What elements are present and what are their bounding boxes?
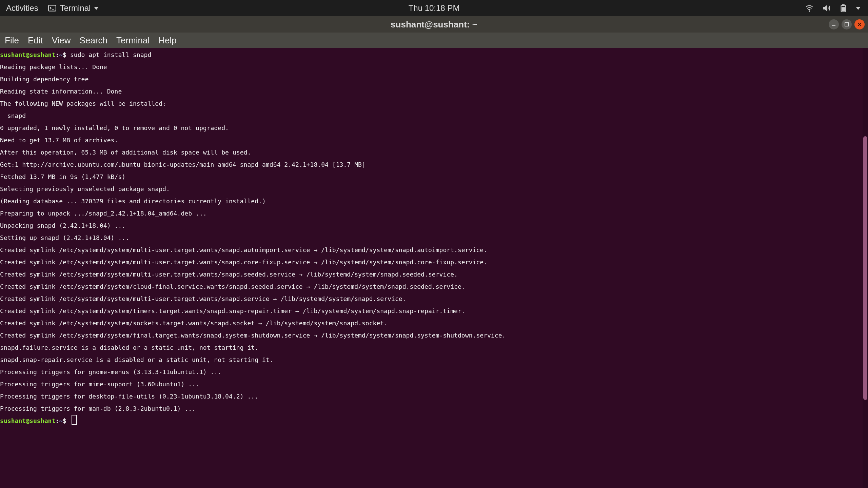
terminal-line: Processing triggers for gnome-menus (3.1… — [0, 366, 868, 378]
window-titlebar[interactable]: sushant@sushant: ~ — [0, 16, 868, 33]
volume-icon — [822, 4, 831, 13]
menu-edit[interactable]: Edit — [28, 35, 43, 46]
terminal-line: sushant@sushant:~$ — [0, 415, 868, 427]
terminal-line: snapd.failure.service is a disabled or a… — [0, 342, 868, 354]
terminal-line: Preparing to unpack .../snapd_2.42.1+18.… — [0, 207, 868, 220]
app-menu-label: Terminal — [60, 3, 91, 13]
terminal-line: Selecting previously unselected package … — [0, 183, 868, 195]
system-tray[interactable] — [805, 4, 868, 13]
menu-file[interactable]: File — [5, 35, 19, 46]
prompt-path: ~ — [59, 417, 63, 424]
terminal-output[interactable]: sushant@sushant:~$ sudo apt install snap… — [0, 48, 868, 427]
svg-rect-4 — [842, 7, 845, 11]
terminal-line: snapd — [0, 110, 868, 122]
svg-rect-6 — [845, 23, 848, 26]
terminal-line: Processing triggers for desktop-file-uti… — [0, 390, 868, 403]
terminal-line: Unpacking snapd (2.42.1+18.04) ... — [0, 220, 868, 232]
chevron-down-icon — [856, 7, 861, 10]
prompt-sep: : — [55, 51, 59, 58]
terminal-line: Created symlink /etc/systemd/system/clou… — [0, 281, 868, 293]
terminal-line: Setting up snapd (2.42.1+18.04) ... — [0, 232, 868, 244]
cursor — [72, 415, 77, 425]
prompt-userhost: sushant@sushant — [0, 51, 55, 58]
gnome-top-panel: Activities Terminal Thu 10:18 PM — [0, 0, 868, 16]
chevron-down-icon — [94, 7, 99, 10]
terminal-line: Created symlink /etc/systemd/system/sock… — [0, 317, 868, 329]
menu-search[interactable]: Search — [80, 35, 107, 46]
command-text: sudo apt install snapd — [70, 51, 152, 58]
terminal-line: Reading package lists... Done — [0, 61, 868, 73]
terminal-line: Created symlink /etc/systemd/system/mult… — [0, 256, 868, 268]
menu-terminal[interactable]: Terminal — [116, 35, 150, 46]
prompt-sigil: $ — [63, 417, 70, 424]
close-button[interactable] — [854, 19, 865, 29]
terminal-line: Created symlink /etc/systemd/system/fina… — [0, 329, 868, 342]
window-title: sushant@sushant: ~ — [391, 19, 477, 30]
svg-point-1 — [809, 11, 810, 12]
prompt-userhost: sushant@sushant — [0, 417, 55, 424]
terminal-line: Need to get 13.7 MB of archives. — [0, 134, 868, 146]
terminal-line: sushant@sushant:~$ sudo apt install snap… — [0, 49, 868, 61]
menu-help[interactable]: Help — [158, 35, 176, 46]
terminal-line: (Reading database ... 370329 files and d… — [0, 195, 868, 207]
terminal-menubar: File Edit View Search Terminal Help — [0, 33, 868, 48]
terminal-line: snapd.snap-repair.service is a disabled … — [0, 354, 868, 366]
terminal-line: The following NEW packages will be insta… — [0, 98, 868, 110]
terminal-line: After this operation, 65.3 MB of additio… — [0, 146, 868, 159]
app-menu[interactable]: Terminal — [48, 3, 99, 13]
minimize-button[interactable] — [829, 19, 839, 29]
minimize-icon — [831, 22, 836, 27]
terminal-line: Processing triggers for man-db (2.8.3-2u… — [0, 403, 868, 415]
clock-label[interactable]: Thu 10:18 PM — [409, 3, 460, 13]
terminal-line: Created symlink /etc/systemd/system/mult… — [0, 244, 868, 256]
prompt-sep: : — [55, 417, 59, 424]
close-icon — [857, 22, 862, 27]
menu-view[interactable]: View — [52, 35, 71, 46]
terminal-line: Created symlink /etc/systemd/system/mult… — [0, 293, 868, 305]
terminal-line: Fetched 13.7 MB in 9s (1,477 kB/s) — [0, 171, 868, 183]
scrollbar[interactable] — [863, 48, 868, 488]
maximize-button[interactable] — [842, 19, 852, 29]
terminal-line: 0 upgraded, 1 newly installed, 0 to remo… — [0, 122, 868, 134]
terminal-line: Reading state information... Done — [0, 85, 868, 98]
prompt-sigil: $ — [63, 51, 70, 58]
terminal-icon — [48, 4, 57, 13]
terminal-line: Processing triggers for mime-support (3.… — [0, 378, 868, 390]
svg-rect-0 — [48, 5, 56, 11]
activities-button[interactable]: Activities — [6, 3, 38, 13]
maximize-icon — [844, 22, 849, 27]
wifi-icon — [805, 4, 814, 13]
terminal-line: Get:1 http://archive.ubuntu.com/ubuntu b… — [0, 159, 868, 171]
battery-icon — [839, 4, 848, 13]
scrollbar-thumb[interactable] — [863, 136, 867, 400]
prompt-path: ~ — [59, 51, 63, 58]
terminal-line: Created symlink /etc/systemd/system/time… — [0, 305, 868, 317]
terminal-line: Created symlink /etc/systemd/system/mult… — [0, 268, 868, 281]
terminal-line: Building dependency tree — [0, 73, 868, 85]
svg-rect-3 — [842, 4, 845, 5]
